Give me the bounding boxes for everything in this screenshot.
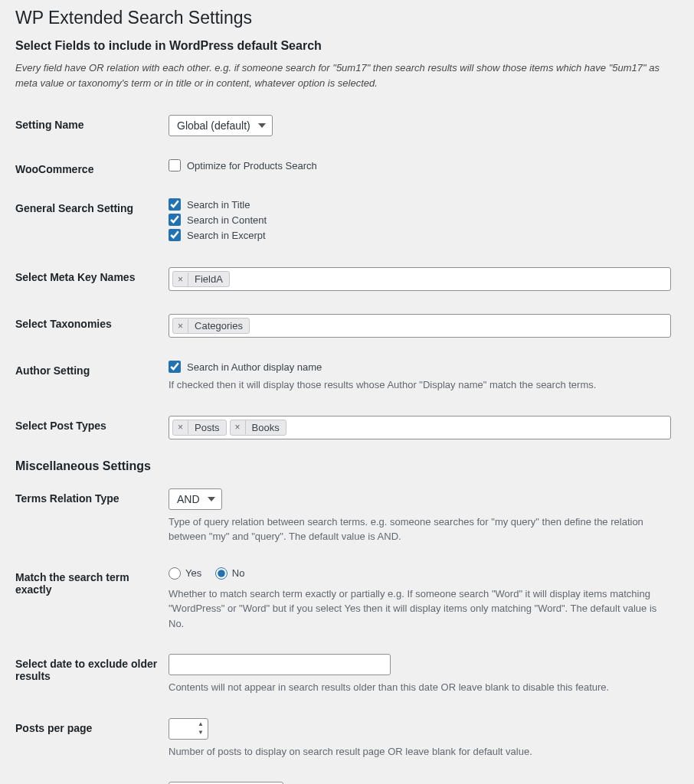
chk-excerpt[interactable] — [169, 229, 181, 241]
terms-rel-select[interactable]: AND — [169, 488, 222, 510]
chk-content-label: Search in Content — [187, 214, 267, 226]
label-date: Select date to exclude older results — [15, 646, 169, 710]
date-input[interactable] — [169, 654, 391, 675]
number-spinner[interactable]: ▲ ▼ — [195, 720, 206, 737]
meta-tag-input[interactable]: × FieldA — [169, 267, 671, 291]
label-meta: Select Meta Key Names — [15, 260, 169, 306]
page-title: WP Extended Search Settings — [15, 8, 679, 28]
author-help: If checked then it will display those re… — [169, 377, 671, 393]
section-misc-heading: Miscellaneous Settings — [15, 459, 679, 473]
radio-exact-yes-label: Yes — [185, 567, 201, 579]
remove-icon[interactable]: × — [173, 420, 188, 434]
date-help: Contents will not appear in search resul… — [169, 680, 671, 695]
exact-help: Whether to match search term exactly or … — [169, 586, 671, 632]
settings-table: Setting Name Global (default) WooCommerc… — [15, 107, 679, 455]
tag-meta-fielda: × FieldA — [172, 271, 230, 287]
chk-excerpt-label: Search in Excerpt — [187, 230, 266, 241]
label-tax: Select Taxonomies — [15, 306, 169, 353]
woo-checkbox[interactable] — [169, 159, 181, 172]
label-woocommerce: WooCommerce — [15, 152, 169, 191]
posttype-tag-input[interactable]: × Posts × Books — [169, 416, 671, 439]
radio-exact-no[interactable] — [215, 567, 228, 580]
label-setting-name: Setting Name — [15, 107, 169, 152]
woo-checkbox-label: Optimize for Products Search — [187, 160, 317, 172]
per-page-help: Number of posts to display on search res… — [169, 744, 671, 760]
chk-author[interactable] — [169, 361, 181, 373]
setting-name-select[interactable]: Global (default) — [169, 115, 273, 136]
chevron-down-icon[interactable]: ▼ — [195, 729, 206, 737]
misc-table: Terms Relation Type AND Type of query re… — [15, 481, 679, 785]
chk-content[interactable] — [169, 214, 181, 226]
label-terms-rel: Terms Relation Type — [15, 481, 169, 560]
tag-posttype-books: × Books — [230, 420, 286, 436]
terms-rel-help: Type of query relation between search te… — [169, 514, 671, 544]
chk-title[interactable] — [169, 198, 181, 211]
remove-icon[interactable]: × — [173, 319, 188, 333]
radio-exact-yes[interactable] — [169, 567, 181, 580]
radio-exact-no-label: No — [232, 567, 245, 579]
remove-icon[interactable]: × — [173, 273, 188, 286]
section-fields-heading: Select Fields to include in WordPress de… — [15, 39, 679, 53]
section-fields-desc: Every field have OR relation with each o… — [15, 60, 679, 90]
remove-icon[interactable]: × — [231, 420, 246, 434]
chk-author-label: Search in Author display name — [187, 361, 322, 373]
tax-tag-input[interactable]: × Categories — [169, 314, 671, 338]
label-post-types: Select Post Types — [15, 408, 169, 455]
chk-title-label: Search in Title — [187, 199, 250, 211]
chevron-up-icon[interactable]: ▲ — [195, 720, 206, 729]
label-author: Author Setting — [15, 353, 169, 408]
label-general: General Search Setting — [15, 191, 169, 260]
label-per-page: Posts per page — [15, 710, 169, 775]
label-order: Search Results Order — [15, 774, 169, 784]
tag-posttype-posts: × Posts — [172, 420, 227, 436]
tag-tax-categories: × Categories — [172, 318, 250, 334]
label-exact: Match the search term exactly — [15, 560, 169, 647]
